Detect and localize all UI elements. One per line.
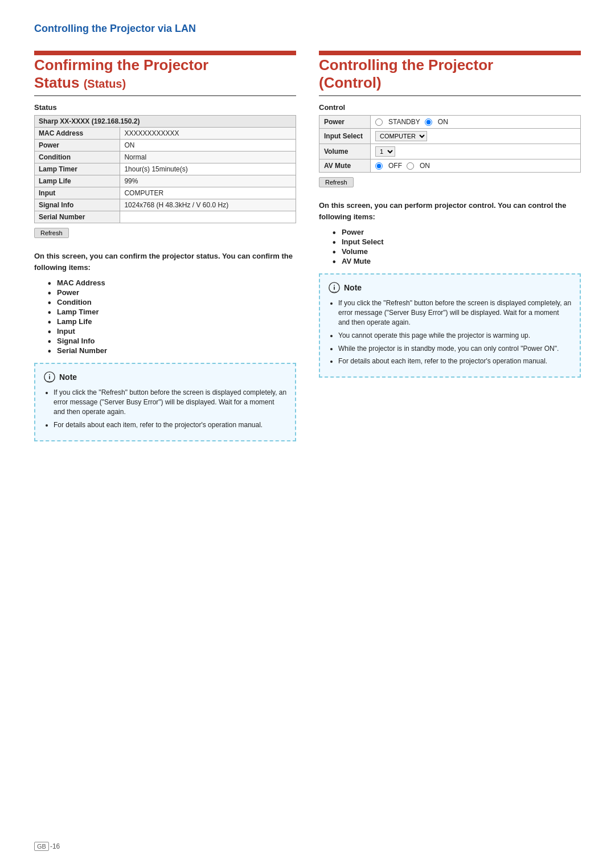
- status-table-row: Serial Number: [35, 211, 296, 223]
- status-row-label: Power: [35, 140, 120, 152]
- right-section-title: Controlling the Projector (Control): [319, 56, 581, 96]
- status-row-value: 1hour(s) 15minute(s): [120, 163, 296, 175]
- control-volume-label: Volume: [319, 144, 371, 159]
- right-note-item: For details about each item, refer to th…: [338, 357, 572, 366]
- left-note-item: For details about each item, refer to th…: [54, 420, 287, 430]
- status-row-label: Input: [35, 187, 120, 199]
- right-note-item: While the projector is in standby mode, …: [338, 344, 572, 354]
- left-bullet-item: Lamp Timer: [57, 308, 296, 316]
- footer: GB -16: [34, 842, 60, 851]
- two-col-layout: Confirming the Projector Status (Status)…: [34, 51, 581, 441]
- left-bullet-list: MAC AddressPowerConditionLamp TimerLamp …: [57, 279, 296, 355]
- left-note-list: If you click the "Refresh" button before…: [43, 388, 287, 429]
- status-row-label: Lamp Timer: [35, 163, 120, 175]
- left-column: Confirming the Projector Status (Status)…: [34, 51, 296, 441]
- control-avmute-label: AV Mute: [319, 159, 371, 173]
- note-icon-left: [43, 371, 56, 383]
- left-title-line1: Confirming the Projector: [34, 56, 208, 73]
- left-bullet-item: Power: [57, 288, 296, 297]
- left-bullet-item: Condition: [57, 298, 296, 306]
- right-bullet-list: PowerInput SelectVolumeAV Mute: [342, 228, 581, 265]
- left-note-item: If you click the "Refresh" button before…: [54, 388, 287, 416]
- left-bullet-item: Serial Number: [57, 346, 296, 355]
- footer-badge: GB: [34, 842, 49, 851]
- left-title-line2: Status: [34, 74, 79, 91]
- control-row-power: Power STANDBY ON: [319, 116, 581, 129]
- footer-page-number: -16: [50, 842, 60, 850]
- page-title: Controlling the Projector via LAN: [34, 23, 581, 35]
- left-note-title: Note: [43, 371, 287, 383]
- left-summary-text: On this screen, you can confirm the proj…: [34, 251, 296, 273]
- control-row-volume: Volume 1: [319, 144, 581, 159]
- svg-point-2: [49, 374, 50, 375]
- control-row-avmute: AV Mute OFF ON: [319, 159, 581, 173]
- control-row-input: Input Select COMPUTER: [319, 129, 581, 144]
- status-table-row: ConditionNormal: [35, 152, 296, 163]
- left-bullet-item: Lamp Life: [57, 317, 296, 326]
- control-avmute-value[interactable]: OFF ON: [371, 159, 581, 173]
- status-row-value: Normal: [120, 152, 296, 163]
- left-bullet-item: Input: [57, 327, 296, 335]
- avmute-on-radio[interactable]: [407, 162, 414, 170]
- control-power-value[interactable]: STANDBY ON: [371, 116, 581, 129]
- left-refresh-button[interactable]: Refresh: [34, 228, 69, 238]
- control-input-value[interactable]: COMPUTER: [371, 129, 581, 144]
- left-section-title: Confirming the Projector Status (Status): [34, 56, 296, 96]
- right-note-title: Note: [328, 281, 572, 294]
- power-on-radio[interactable]: [425, 118, 432, 126]
- status-row-value: [120, 211, 296, 223]
- status-row-label: Lamp Life: [35, 175, 120, 187]
- right-bullet-item: AV Mute: [342, 257, 581, 265]
- avmute-on-label: ON: [420, 162, 430, 170]
- left-note-label: Note: [59, 372, 77, 382]
- status-table-row: Signal Info1024x768 (H 48.3kHz / V 60.0 …: [35, 199, 296, 211]
- control-volume-value[interactable]: 1: [371, 144, 581, 159]
- right-header-bar: [319, 51, 581, 55]
- right-note-item: You cannot operate this page while the p…: [338, 331, 572, 341]
- right-subsection-label: Control: [319, 103, 581, 112]
- input-select-dropdown[interactable]: COMPUTER: [375, 131, 427, 141]
- right-note-box: Note If you click the "Refresh" button b…: [319, 273, 581, 378]
- left-header-bar: [34, 51, 296, 55]
- status-row-label: Condition: [35, 152, 120, 163]
- left-bullet-item: MAC Address: [57, 279, 296, 287]
- left-bullet-item: Signal Info: [57, 337, 296, 345]
- right-title-line2: (Control): [319, 74, 382, 91]
- status-table-row: PowerON: [35, 140, 296, 152]
- status-table-row: MAC AddressXXXXXXXXXXXX: [35, 128, 296, 140]
- right-bullet-item: Power: [342, 228, 581, 236]
- volume-select-dropdown[interactable]: 1: [375, 146, 395, 157]
- left-title-parens: (Status): [84, 77, 126, 90]
- right-bullet-item: Input Select: [342, 238, 581, 246]
- avmute-off-label: OFF: [388, 162, 402, 170]
- status-row-label: Signal Info: [35, 199, 120, 211]
- power-standby-label: STANDBY: [388, 118, 420, 126]
- control-input-label: Input Select: [319, 129, 371, 144]
- left-subsection-label: Status: [34, 103, 296, 112]
- control-table: Power STANDBY ON Input Select: [319, 115, 581, 173]
- right-title-line1: Controlling the Projector: [319, 56, 493, 73]
- status-table-row: Lamp Life99%: [35, 175, 296, 187]
- power-on-label: ON: [438, 118, 448, 126]
- svg-point-5: [334, 285, 335, 286]
- power-standby-radio[interactable]: [375, 118, 383, 126]
- status-row-value: ON: [120, 140, 296, 152]
- right-refresh-button[interactable]: Refresh: [319, 177, 354, 187]
- status-row-value: COMPUTER: [120, 187, 296, 199]
- status-row-label: MAC Address: [35, 128, 120, 140]
- status-row-value: 99%: [120, 175, 296, 187]
- right-column: Controlling the Projector (Control) Cont…: [319, 51, 581, 378]
- status-row-value: 1024x768 (H 48.3kHz / V 60.0 Hz): [120, 199, 296, 211]
- status-table-header: Sharp XX-XXXX (192.168.150.2): [35, 116, 296, 128]
- status-table-row: Lamp Timer1hour(s) 15minute(s): [35, 163, 296, 175]
- right-note-label: Note: [344, 283, 362, 292]
- control-power-label: Power: [319, 116, 371, 129]
- right-summary-text: On this screen, you can perform projecto…: [319, 200, 581, 222]
- left-note-box: Note If you click the "Refresh" button b…: [34, 363, 296, 441]
- right-note-list: If you click the "Refresh" button before…: [328, 298, 572, 366]
- status-table: Sharp XX-XXXX (192.168.150.2) MAC Addres…: [34, 115, 296, 223]
- avmute-off-radio[interactable]: [375, 162, 383, 170]
- right-note-item: If you click the "Refresh" button before…: [338, 298, 572, 327]
- note-icon-right: [328, 281, 341, 294]
- status-row-value: XXXXXXXXXXXX: [120, 128, 296, 140]
